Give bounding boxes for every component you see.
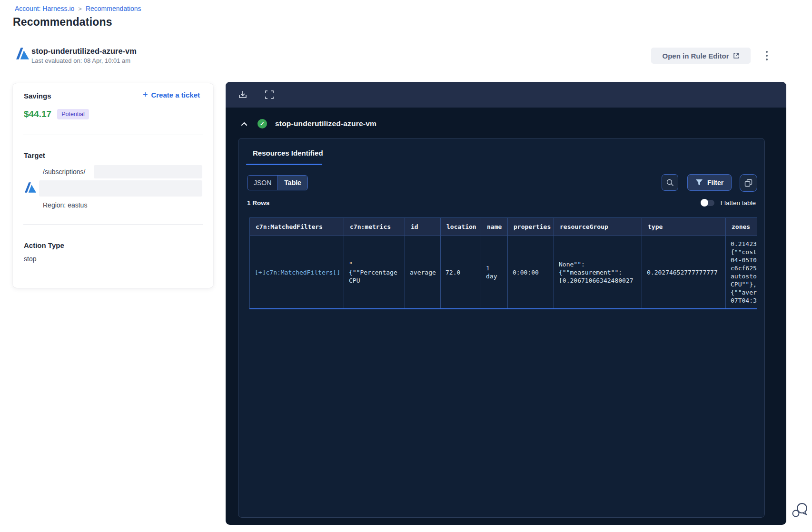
savings-label: Savings xyxy=(24,92,51,100)
cell-type: 0.20274652777777777 xyxy=(642,236,726,309)
recommendation-header: stop-underutilized-azure-vm Last evaluat… xyxy=(0,35,812,79)
redacted-subscription-id xyxy=(94,165,202,178)
panel-rule-title: stop-underutilized-azure-vm xyxy=(275,119,376,128)
cell-properties: 0:00:00 xyxy=(508,236,554,309)
cell-metrics: " {""Percentage CPU xyxy=(344,236,405,309)
tab-resources-identified[interactable]: Resources Identified xyxy=(253,149,323,157)
potential-badge: Potential xyxy=(57,109,89,119)
flatten-table-label: Flatten table xyxy=(721,199,756,207)
recommendation-name: stop-underutilized-azure-vm xyxy=(31,47,137,56)
cell-zones: 0.21423 {""cost 04-05T0 c6cf625 autosto … xyxy=(726,236,757,309)
resources-table-container[interactable]: c7n:MatchedFilters c7n:metrics id locati… xyxy=(249,217,757,309)
filter-label: Filter xyxy=(707,179,723,187)
rows-count: 1 Rows xyxy=(247,199,269,207)
copy-button[interactable] xyxy=(740,174,757,192)
tab-active-underline xyxy=(246,164,322,165)
cell-id: average xyxy=(405,236,441,309)
open-in-rule-editor-label: Open in Rule Editor xyxy=(662,52,729,60)
region-text: Region: eastus xyxy=(43,201,87,209)
more-options-button[interactable] xyxy=(762,48,772,64)
flatten-table-toggle[interactable] xyxy=(702,200,714,206)
action-type-label: Action Type xyxy=(24,241,64,249)
col-header-metrics: c7n:metrics xyxy=(344,218,405,236)
resources-identified-panel: Resources Identified JSON Table Filter xyxy=(238,138,765,518)
json-view-button[interactable]: JSON xyxy=(248,176,278,190)
open-in-rule-editor-button[interactable]: Open in Rule Editor xyxy=(651,48,751,64)
subscription-path: /subscriptions/ xyxy=(43,168,85,176)
breadcrumb-separator-icon: > xyxy=(78,5,82,12)
fullscreen-button[interactable] xyxy=(261,86,278,103)
last-evaluated-text: Last evaluated on: 08 Apr, 10:01 am xyxy=(31,57,130,64)
savings-amount: $44.17 xyxy=(24,109,51,119)
col-header-resource-group: resourceGroup xyxy=(554,218,642,236)
cell-resource-group: None"": {""measurement"": [0.20671066342… xyxy=(554,236,642,309)
flatten-table-control: Flatten table xyxy=(702,199,756,207)
success-check-icon: ✓ xyxy=(257,119,267,128)
col-header-zones: zones xyxy=(726,218,757,236)
target-label: Target xyxy=(24,151,45,159)
table-header-row: c7n:MatchedFilters c7n:metrics id locati… xyxy=(250,218,757,236)
col-header-properties: properties xyxy=(508,218,554,236)
panel-toolbar xyxy=(226,82,786,108)
view-mode-toggle: JSON Table xyxy=(247,175,308,190)
breadcrumb-recommendations-link[interactable]: Recommendations xyxy=(86,5,141,12)
breadcrumb: Account: Harness.io > Recommendations xyxy=(15,5,141,12)
redacted-resource-path xyxy=(39,180,202,197)
col-header-type: type xyxy=(642,218,726,236)
cell-name: 1 day xyxy=(481,236,508,309)
resources-table: c7n:MatchedFilters c7n:metrics id locati… xyxy=(249,217,757,309)
page-title: Recommendations xyxy=(13,16,112,29)
chat-feedback-button[interactable] xyxy=(791,501,810,520)
funnel-icon xyxy=(695,179,703,186)
collapse-chevron-up-icon[interactable] xyxy=(239,120,249,128)
table-row: [+]c7n:MatchedFilters[] " {""Percentage … xyxy=(250,236,757,309)
col-header-name: name xyxy=(481,218,508,236)
results-panel: ✓ stop-underutilized-azure-vm Resources … xyxy=(226,82,786,525)
card-divider xyxy=(23,224,203,225)
azure-icon xyxy=(25,182,36,193)
cell-location: 72.0 xyxy=(441,236,481,309)
savings-card: Savings + Create a ticket $44.17 Potenti… xyxy=(13,83,213,288)
table-view-button[interactable]: Table xyxy=(278,176,307,190)
cell-matched-filters-expand[interactable]: [+]c7n:MatchedFilters[] xyxy=(250,236,344,309)
action-type-value: stop xyxy=(24,255,36,263)
breadcrumb-account-link[interactable]: Account: Harness.io xyxy=(15,5,74,12)
filter-button[interactable]: Filter xyxy=(687,174,732,191)
create-ticket-label: Create a ticket xyxy=(151,91,200,99)
create-ticket-button[interactable]: + Create a ticket xyxy=(143,91,200,99)
azure-icon xyxy=(16,48,29,60)
col-header-location: location xyxy=(441,218,481,236)
card-divider xyxy=(23,135,203,135)
external-link-icon xyxy=(733,52,740,59)
download-button[interactable] xyxy=(234,86,251,103)
col-header-id: id xyxy=(405,218,441,236)
col-header-matched-filters: c7n:MatchedFilters xyxy=(250,218,344,236)
search-button[interactable] xyxy=(662,174,678,191)
plus-icon: + xyxy=(143,91,148,99)
